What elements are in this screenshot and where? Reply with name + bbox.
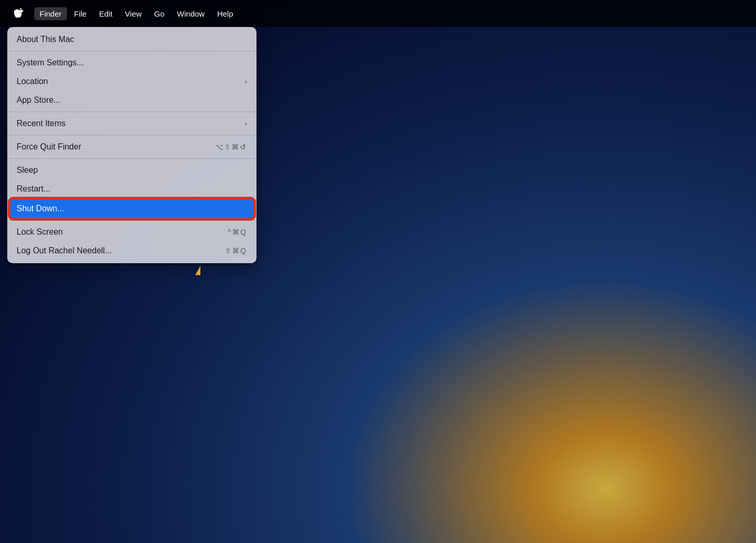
menubar-edit[interactable]: Edit <box>94 7 118 20</box>
desktop: Finder File Edit View Go Window Help Abo… <box>0 0 756 543</box>
menu-item-lock-screen-label: Lock Screen <box>17 227 63 237</box>
apple-dropdown-menu: About This Mac System Settings... Locati… <box>7 27 256 263</box>
menubar-go[interactable]: Go <box>149 7 170 20</box>
separator-1 <box>7 51 256 51</box>
separator-4 <box>7 158 256 159</box>
menu-item-system-settings-label: System Settings... <box>17 58 84 67</box>
recent-items-chevron-icon: › <box>245 119 247 128</box>
menubar-go-label: Go <box>154 9 165 18</box>
menu-item-restart[interactable]: Restart... <box>7 180 256 198</box>
menubar-window-label: Window <box>177 9 205 18</box>
apple-logo-icon <box>14 7 24 20</box>
menu-item-log-out-shortcut: ⇧⌘Q <box>225 247 247 255</box>
apple-menu-button[interactable] <box>8 5 32 22</box>
menu-item-location-label: Location <box>17 77 48 86</box>
menu-item-restart-label: Restart... <box>17 184 50 194</box>
menu-item-shut-down-label: Shut Down... <box>17 204 64 213</box>
menu-item-app-store-label: App Store... <box>17 96 61 105</box>
menu-item-location[interactable]: Location › <box>7 72 256 91</box>
separator-2 <box>7 112 256 112</box>
menubar-view[interactable]: View <box>120 7 147 20</box>
menu-item-force-quit-shortcut: ⌥⇧⌘↺ <box>215 143 247 151</box>
menubar-view-label: View <box>125 9 142 18</box>
menubar-help[interactable]: Help <box>212 7 238 20</box>
menu-item-app-store[interactable]: App Store... <box>7 91 256 110</box>
menu-item-about-label: About This Mac <box>17 35 74 44</box>
menu-item-lock-screen[interactable]: Lock Screen ^⌘Q <box>7 223 256 241</box>
menu-item-about[interactable]: About This Mac <box>7 30 256 49</box>
menubar-file[interactable]: File <box>69 7 92 20</box>
menu-item-shut-down[interactable]: Shut Down... <box>10 199 253 218</box>
menu-item-force-quit[interactable]: Force Quit Finder ⌥⇧⌘↺ <box>7 138 256 156</box>
menu-item-sleep[interactable]: Sleep <box>7 161 256 180</box>
menubar-finder-label: Finder <box>39 9 62 18</box>
mouse-cursor <box>195 266 200 275</box>
menubar-finder[interactable]: Finder <box>34 7 67 20</box>
menubar-edit-label: Edit <box>99 9 113 18</box>
menubar-file-label: File <box>74 9 87 18</box>
menu-item-sleep-label: Sleep <box>17 166 38 175</box>
location-chevron-icon: › <box>245 77 247 86</box>
menubar-window[interactable]: Window <box>172 7 210 20</box>
separator-5 <box>7 220 256 221</box>
menu-item-recent-items[interactable]: Recent Items › <box>7 114 256 133</box>
menubar-help-label: Help <box>217 9 233 18</box>
menu-item-log-out-label: Log Out Rachel Needell... <box>17 246 112 255</box>
menu-item-force-quit-label: Force Quit Finder <box>17 142 81 152</box>
menu-item-system-settings[interactable]: System Settings... <box>7 53 256 72</box>
menu-item-lock-screen-shortcut: ^⌘Q <box>228 228 247 236</box>
menu-item-recent-items-label: Recent Items <box>17 119 65 128</box>
separator-3 <box>7 135 256 135</box>
menubar: Finder File Edit View Go Window Help <box>0 0 756 27</box>
menu-item-log-out[interactable]: Log Out Rachel Needell... ⇧⌘Q <box>7 241 256 260</box>
